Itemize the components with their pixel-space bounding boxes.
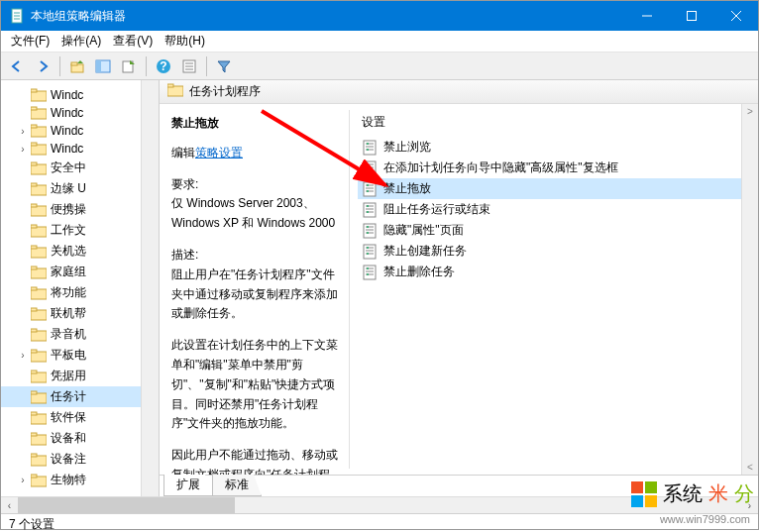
up-button[interactable] xyxy=(65,54,89,78)
requirements-text: 仅 Windows Server 2003、Windows XP 和 Windo… xyxy=(171,194,340,234)
setting-item[interactable]: 在添加计划任务向导中隐藏"高级属性"复选框 xyxy=(358,158,758,178)
expander-icon[interactable]: › xyxy=(17,350,29,361)
setting-item[interactable]: 禁止浏览 xyxy=(358,137,758,158)
tree-item[interactable]: ›生物特 xyxy=(1,470,159,490)
toolbar-separator xyxy=(206,56,207,76)
setting-item[interactable]: 阻止任务运行或结束 xyxy=(358,199,758,220)
tree-item[interactable]: 便携操 xyxy=(1,199,159,220)
svg-point-84 xyxy=(367,211,369,213)
folder-icon xyxy=(31,88,47,102)
tree-item-label: Windc xyxy=(51,142,83,156)
folder-icon xyxy=(31,245,47,259)
svg-rect-50 xyxy=(31,391,37,394)
svg-point-66 xyxy=(367,149,369,151)
setting-item[interactable]: 禁止拖放 xyxy=(358,178,758,199)
tree-item[interactable]: 软件保 xyxy=(1,407,159,428)
toolbar-separator xyxy=(146,56,147,76)
toolbar-separator xyxy=(59,56,60,76)
tree-item[interactable]: 设备注 xyxy=(1,449,159,470)
tab-extended[interactable]: 扩展 xyxy=(163,475,213,496)
description-p2: 此设置在计划任务中的上下文菜单和"编辑"菜单中禁用"剪切"、"复制"和"粘贴"快… xyxy=(171,336,340,434)
tree-item[interactable]: 家庭组 xyxy=(1,262,159,282)
svg-rect-42 xyxy=(31,308,37,311)
tree-item[interactable]: ›平板电 xyxy=(1,345,159,366)
expander-icon[interactable]: › xyxy=(17,475,29,485)
svg-rect-46 xyxy=(31,350,37,353)
content-main: 禁止拖放 编辑策略设置 要求: 仅 Windows Server 2003、Wi… xyxy=(160,104,758,475)
tree-item[interactable]: 任务计 xyxy=(1,386,159,407)
tab-standard[interactable]: 标准 xyxy=(212,475,262,496)
svg-rect-60 xyxy=(167,84,173,87)
tree-item[interactable]: 安全中 xyxy=(1,158,159,178)
tree-item-label: 家庭组 xyxy=(51,264,86,280)
svg-rect-61 xyxy=(364,141,376,155)
svg-rect-58 xyxy=(31,475,37,478)
tree-item-label: 联机帮 xyxy=(51,305,86,322)
tree-item-label: 边缘 U xyxy=(51,180,86,197)
svg-rect-73 xyxy=(364,182,376,196)
svg-rect-22 xyxy=(31,107,37,110)
setting-item[interactable]: 禁止创建新任务 xyxy=(358,241,758,262)
watermark-logo-icon xyxy=(631,481,657,507)
close-button[interactable] xyxy=(713,1,758,31)
svg-rect-24 xyxy=(31,125,37,128)
properties-button[interactable] xyxy=(177,54,201,78)
expander-icon[interactable]: › xyxy=(17,126,29,137)
tree-item[interactable]: 关机选 xyxy=(1,241,159,262)
policy-icon xyxy=(362,181,378,197)
menu-file[interactable]: 文件(F) xyxy=(5,31,55,52)
show-hide-tree-button[interactable] xyxy=(91,54,115,78)
tree-item[interactable]: Windc xyxy=(1,86,159,104)
svg-rect-40 xyxy=(31,287,37,290)
tree-item[interactable]: 设备和 xyxy=(1,428,159,449)
watermark-text-fen: 分 xyxy=(734,480,754,507)
svg-point-96 xyxy=(367,253,369,255)
scroll-thumb[interactable] xyxy=(18,497,235,513)
folder-icon xyxy=(31,224,47,238)
help-button[interactable]: ? xyxy=(152,54,175,78)
svg-rect-26 xyxy=(31,143,37,146)
tree-pane[interactable]: WindcWindc›Windc›Windc安全中边缘 U便携操工作文关机选家庭… xyxy=(1,80,160,496)
menu-view[interactable]: 查看(V) xyxy=(107,31,159,52)
edit-policy-link[interactable]: 策略设置 xyxy=(195,146,243,160)
menu-action[interactable]: 操作(A) xyxy=(55,31,107,52)
back-button[interactable] xyxy=(5,54,29,78)
maximize-button[interactable] xyxy=(669,1,713,31)
export-button[interactable] xyxy=(117,54,141,78)
filter-button[interactable] xyxy=(212,54,236,78)
folder-icon xyxy=(31,266,47,279)
tree-item[interactable]: 边缘 U xyxy=(1,178,159,199)
svg-rect-67 xyxy=(364,161,376,175)
setting-item[interactable]: 禁止删除任务 xyxy=(358,262,758,282)
svg-point-71 xyxy=(367,163,369,165)
policy-icon xyxy=(362,223,378,239)
svg-rect-28 xyxy=(31,162,37,165)
svg-rect-52 xyxy=(31,412,37,415)
expander-icon[interactable]: › xyxy=(17,144,29,155)
tree-item-label: 将功能 xyxy=(51,284,86,301)
forward-button[interactable] xyxy=(31,54,54,78)
settings-header[interactable]: 设置 xyxy=(350,110,758,137)
content-header-title: 任务计划程序 xyxy=(189,83,261,100)
tree-item[interactable]: 工作文 xyxy=(1,220,159,241)
tree-item[interactable]: 将功能 xyxy=(1,282,159,303)
folder-icon xyxy=(31,182,47,196)
tree-item[interactable]: 录音机 xyxy=(1,324,159,345)
tree-item[interactable]: Windc xyxy=(1,104,159,122)
menu-help[interactable]: 帮助(H) xyxy=(159,31,211,52)
vertical-scrollbar[interactable]: >< xyxy=(741,104,758,475)
policy-icon xyxy=(362,140,378,156)
settings-list-pane: 设置 禁止浏览在添加计划任务向导中隐藏"高级属性"复选框禁止拖放阻止任务运行或结… xyxy=(350,104,758,475)
tree-item[interactable]: 凭据用 xyxy=(1,366,159,386)
setting-item[interactable]: 隐藏"属性"页面 xyxy=(358,220,758,241)
svg-rect-56 xyxy=(31,454,37,457)
tree-item-label: Windc xyxy=(51,88,83,102)
description-label: 描述: xyxy=(171,246,340,266)
tree-item[interactable]: ›Windc xyxy=(1,140,159,158)
tree-item[interactable]: 联机帮 xyxy=(1,303,159,324)
scroll-left-button[interactable]: ‹ xyxy=(1,497,18,514)
minimize-button[interactable] xyxy=(624,1,669,31)
svg-rect-48 xyxy=(31,371,37,373)
svg-rect-11 xyxy=(96,60,101,72)
tree-item[interactable]: ›Windc xyxy=(1,122,159,140)
